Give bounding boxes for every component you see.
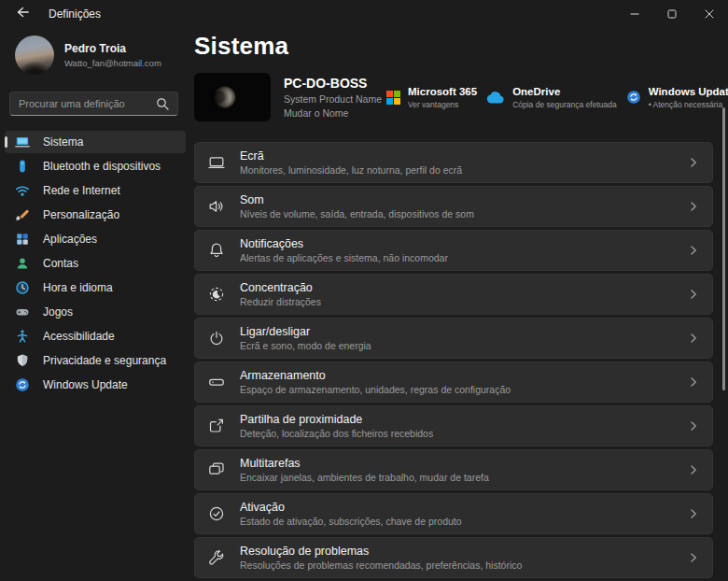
search-input[interactable] [19, 98, 156, 109]
privacy-shield-icon [15, 353, 30, 368]
rename-device-link[interactable]: Mudar o Nome [284, 107, 386, 119]
apps-icon [15, 232, 30, 247]
accounts-icon [15, 256, 30, 271]
row-title: Ativação [240, 501, 679, 514]
storage-drive-icon [207, 373, 226, 391]
title-bar[interactable]: Definições [0, 0, 728, 28]
sidebar-item-windows-update[interactable]: Windows Update [5, 374, 186, 396]
badge-title: Microsoft 365 [408, 86, 477, 97]
device-header: PC-DO-BOSS System Product Name Mudar o N… [194, 73, 713, 121]
settings-row-armazenamento[interactable]: Armazenamento Espaço de armazenamento, u… [194, 361, 713, 403]
sidebar-item-contas[interactable]: Contas [5, 252, 186, 275]
selection-indicator [5, 136, 7, 148]
row-subtitle: Monitores, luminosidade, luz noturna, pe… [240, 164, 679, 176]
sidebar-item-bluetooth[interactable]: Bluetooth e dispositivos [5, 155, 186, 177]
row-subtitle: Espaço de armazenamento, unidades, regra… [240, 384, 679, 395]
row-title: Som [240, 193, 679, 206]
bluetooth-devices-icon [15, 159, 30, 174]
activation-check-icon [207, 504, 226, 523]
onedrive-cloud-icon [486, 92, 505, 104]
row-title: Concentração [240, 281, 679, 294]
sidebar-item-sistema[interactable]: Sistema [5, 131, 186, 153]
troubleshoot-wrench-icon [207, 548, 226, 567]
settings-row-multitarefas[interactable]: Multitarefas Encaixar janelas, ambientes… [194, 449, 713, 490]
minimize-button[interactable] [616, 0, 653, 28]
main-content: Sistema PC-DO-BOSS System Product Name M… [190, 28, 728, 581]
chevron-right-icon [688, 245, 699, 256]
back-button[interactable] [9, 4, 35, 24]
row-title: Partilha de proximidade [240, 413, 679, 426]
system-icon [15, 135, 30, 149]
sidebar-item-jogos[interactable]: Jogos [5, 301, 186, 323]
device-info: PC-DO-BOSS System Product Name Mudar o N… [284, 76, 386, 119]
search-box[interactable] [9, 92, 178, 116]
avatar [15, 35, 54, 75]
row-subtitle: Alertas de aplicações e sistema, não inc… [240, 252, 679, 263]
row-title: Resolução de problemas [240, 545, 679, 558]
row-subtitle: Deteção, localização dos ficheiros receb… [240, 428, 679, 439]
profile-name: Pedro Troia [64, 42, 161, 55]
time-language-icon [15, 280, 30, 295]
sidebar-item-label: Jogos [43, 305, 73, 319]
personalization-icon [15, 207, 30, 222]
chevron-right-icon [688, 376, 699, 388]
settings-window: { "window": { "title": "Definições", "ba… [0, 0, 728, 581]
sidebar-item-aplicacoes[interactable]: Aplicações [5, 228, 186, 250]
profile-block[interactable]: Pedro Troia Watto_fan@hotmail.com [0, 28, 190, 82]
vertical-scrollbar[interactable] [722, 107, 725, 390]
settings-row-concentracao[interactable]: Concentração Reduzir distrações [194, 274, 713, 315]
sidebar-item-hora-idioma[interactable]: Hora e idioma [5, 276, 186, 299]
settings-row-partilha-proximidade[interactable]: Partilha de proximidade Deteção, localiz… [194, 405, 713, 446]
badge-title: Windows Update [649, 86, 728, 97]
sidebar-item-label: Privacidade e segurança [43, 354, 166, 367]
sidebar-item-rede[interactable]: Rede e Internet [5, 179, 186, 202]
search-icon [156, 97, 169, 110]
sidebar: Pedro Troia Watto_fan@hotmail.com Sistem… [0, 28, 190, 581]
sidebar-item-label: Personalização [43, 208, 119, 221]
sidebar-item-personalizacao[interactable]: Personalização [5, 204, 186, 226]
profile-email: Watto_fan@hotmail.com [64, 58, 161, 68]
back-arrow-icon [16, 6, 29, 22]
settings-row-ecra[interactable]: Ecrã Monitores, luminosidade, luz noturn… [194, 142, 713, 183]
onedrive-badge[interactable]: OneDrive Cópia de segurança efetuada [486, 86, 617, 109]
sidebar-nav: Sistema Bluetooth e dispositivos Rede e … [0, 127, 190, 396]
windows-update-badge[interactable]: Windows Update • Atenção necessária [626, 86, 728, 109]
window-title: Definições [49, 7, 101, 21]
row-title: Multitarefas [240, 457, 679, 470]
chevron-right-icon [688, 289, 699, 300]
chevron-right-icon [688, 508, 699, 519]
badge-subtitle: Ver vantagens [408, 100, 477, 109]
chevron-right-icon [688, 420, 699, 432]
chevron-right-icon [688, 201, 699, 212]
row-title: Notificações [240, 237, 679, 250]
row-subtitle: Resoluções de problemas recomendadas, pr… [240, 560, 679, 571]
row-subtitle: Estado de ativação, subscrições, chave d… [240, 516, 679, 527]
close-icon [705, 6, 714, 22]
microsoft-365-badge[interactable]: Microsoft 365 Ver vantagens [386, 86, 477, 109]
close-button[interactable] [691, 0, 728, 28]
sidebar-item-privacidade[interactable]: Privacidade e segurança [5, 349, 186, 372]
network-icon [15, 183, 30, 198]
status-badges: Microsoft 365 Ver vantagens OneDrive Cóp… [386, 86, 728, 109]
device-model: System Product Name [284, 93, 386, 105]
sidebar-item-acessibilidade[interactable]: Acessibilidade [5, 325, 186, 347]
row-title: Ecrã [240, 149, 679, 163]
row-subtitle: Ecrã e sono, modo de energia [240, 340, 679, 351]
windows-update-icon [626, 90, 641, 105]
windows-update-icon [15, 377, 30, 392]
sidebar-item-label: Bluetooth e dispositivos [43, 160, 161, 173]
maximize-button[interactable] [653, 0, 691, 28]
settings-row-notificacoes[interactable]: Notificações Alertas de aplicações e sis… [194, 230, 713, 271]
device-name: PC-DO-BOSS [284, 76, 386, 91]
settings-row-resolucao-problemas[interactable]: Resolução de problemas Resoluções de pro… [194, 537, 713, 578]
settings-row-som[interactable]: Som Níveis de volume, saída, entrada, di… [194, 186, 713, 227]
settings-row-ativacao[interactable]: Ativação Estado de ativação, subscrições… [194, 493, 713, 534]
chevron-right-icon [688, 333, 699, 344]
sidebar-item-label: Aplicações [43, 233, 97, 246]
sidebar-item-label: Acessibilidade [43, 330, 115, 343]
maximize-icon [667, 6, 677, 22]
accessibility-icon [15, 329, 30, 344]
badge-subtitle: Cópia de segurança efetuada [512, 100, 617, 109]
settings-row-ligar-desligar[interactable]: Ligar/desligar Ecrã e sono, modo de ener… [194, 318, 713, 359]
page-title: Sistema [194, 32, 713, 60]
